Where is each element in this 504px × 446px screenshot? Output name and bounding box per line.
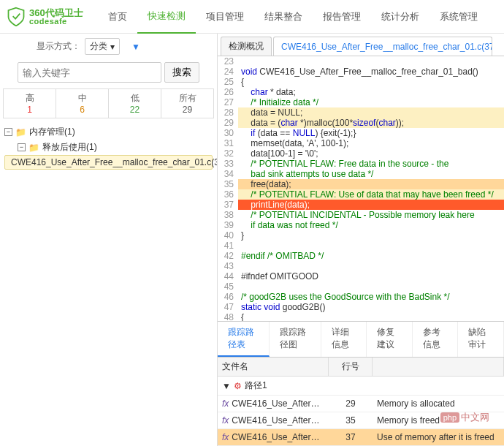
- code-line[interactable]: 33 /* POTENTIAL FLAW: Free data in the s…: [218, 159, 504, 169]
- tree-leaf-label: CWE416_Use_After_Free__malloc_free_char_…: [11, 157, 217, 167]
- brand-logo: 360代码卫士codesafe: [6, 7, 83, 27]
- code-line[interactable]: 34 bad sink attempts to use data */: [218, 169, 504, 179]
- display-mode-value: 分类: [90, 40, 107, 53]
- code-line[interactable]: 47static void goodG2B(): [218, 302, 504, 312]
- shield-icon: [6, 7, 26, 27]
- watermark-php: php 中文网: [440, 411, 489, 424]
- search-row: 搜索: [0, 59, 217, 88]
- brand-en: codesafe: [29, 18, 83, 26]
- code-tabs: 检测概况 CWE416_Use_After_Free__malloc_free_…: [218, 34, 504, 56]
- right-panel: 检测概况 CWE416_Use_After_Free__malloc_free_…: [218, 34, 504, 446]
- code-line[interactable]: 41: [218, 241, 504, 251]
- path-icon: ⚙: [234, 381, 242, 391]
- col-file-header: 文件名: [218, 358, 329, 376]
- left-panel: 显示方式： 分类 ▾ ▼ 搜索 高1中6低22所有29 − 📁 内存管理(1) …: [0, 34, 218, 446]
- code-line[interactable]: 28 data = NULL;: [218, 107, 504, 118]
- bottom-tabs: 跟踪路径表跟踪路径图详细信息修复建议参考信息缺陷审计: [218, 322, 504, 358]
- trace-row[interactable]: fxCWE416_Use_After_Free__malloc_fre...37…: [218, 429, 504, 446]
- search-button[interactable]: 搜索: [164, 62, 199, 83]
- nav-item[interactable]: 结果整合: [254, 0, 313, 34]
- code-line[interactable]: 46/* goodG2B uses the GoodSource with th…: [218, 292, 504, 302]
- code-line[interactable]: 37 printLine(data);: [218, 200, 504, 210]
- tree-leaf[interactable]: CWE416_Use_After_Free__malloc_free_char_…: [4, 155, 213, 170]
- display-mode-label: 显示方式：: [37, 40, 80, 53]
- filter-icon[interactable]: ▼: [131, 42, 140, 52]
- code-line[interactable]: 44#ifndef OMITGOOD: [218, 271, 504, 281]
- folder-icon: 📁: [28, 143, 39, 153]
- php-text: 中文网: [461, 411, 489, 424]
- severity-tab[interactable]: 低22: [109, 89, 161, 118]
- display-mode-select[interactable]: 分类 ▾: [85, 38, 120, 55]
- col-line-header: 行号: [329, 358, 373, 376]
- tab-overview[interactable]: 检测概况: [221, 37, 272, 56]
- display-toolbar: 显示方式： 分类 ▾ ▼: [29, 34, 217, 59]
- code-line[interactable]: 45: [218, 281, 504, 292]
- tab-file[interactable]: CWE416_Use_After_Free__malloc_free_char_…: [273, 37, 492, 56]
- code-line[interactable]: 38 /* POTENTIAL INCIDENTAL - Possible me…: [218, 210, 504, 220]
- nav-item[interactable]: 首页: [98, 0, 137, 34]
- severity-tab[interactable]: 高1: [4, 89, 56, 118]
- code-line[interactable]: 39 if data was not freed */: [218, 220, 504, 230]
- collapse-icon[interactable]: −: [18, 143, 26, 151]
- severity-tab[interactable]: 所有29: [161, 89, 213, 118]
- search-input[interactable]: [18, 62, 161, 83]
- code-line[interactable]: 36 /* POTENTIAL FLAW: Use of data that m…: [218, 189, 504, 200]
- tab-file-label: CWE416_Use_After_Free__malloc_free_char_…: [281, 42, 492, 52]
- severity-tab[interactable]: 中6: [56, 89, 109, 118]
- trace-table: 文件名 行号 ▼ ⚙ 路径1 fxCWE416_Use_After_Free__…: [218, 358, 504, 446]
- code-line[interactable]: 29 data = (char *)malloc(100*sizeof(char…: [218, 118, 504, 128]
- top-navigation: 360代码卫士codesafe 首页快速检测项目管理结果整合报告管理统计分析系统…: [0, 0, 504, 34]
- tree-child[interactable]: − 📁 释放后使用(1): [4, 140, 213, 155]
- folder-icon: 📁: [15, 127, 26, 137]
- bottom-tab[interactable]: 参考信息: [413, 322, 459, 357]
- trace-path-row[interactable]: ▼ ⚙ 路径1: [218, 377, 504, 396]
- trace-row[interactable]: fxCWE416_Use_After_Free__malloc_fre...29…: [218, 396, 504, 412]
- bottom-tab[interactable]: 详细信息: [321, 322, 367, 357]
- code-line[interactable]: 24void CWE416_Use_After_Free__malloc_fre…: [218, 67, 504, 77]
- code-line[interactable]: 31 memset(data, 'A', 100-1);: [218, 138, 504, 148]
- code-line[interactable]: 23: [218, 56, 504, 67]
- php-badge: php: [440, 412, 459, 423]
- col-desc-header: [373, 358, 504, 376]
- tree-child-label: 释放后使用(1): [42, 141, 97, 154]
- brand-cn: 360代码卫士: [29, 8, 83, 18]
- code-line[interactable]: 43: [218, 261, 504, 271]
- tree-root-label: 内存管理(1): [29, 126, 75, 138]
- bottom-tab[interactable]: 缺陷审计: [458, 322, 504, 357]
- code-line[interactable]: 48{: [218, 312, 504, 322]
- nav-item[interactable]: 统计分析: [371, 0, 429, 34]
- bottom-tab[interactable]: 跟踪路径图: [270, 322, 321, 357]
- chevron-down-icon: ▾: [110, 42, 115, 52]
- code-line[interactable]: 26 char * data;: [218, 87, 504, 97]
- code-viewer[interactable]: 2324void CWE416_Use_After_Free__malloc_f…: [218, 56, 504, 322]
- tree-root[interactable]: − 📁 内存管理(1): [4, 124, 213, 140]
- nav-item[interactable]: 系统管理: [429, 0, 488, 34]
- trace-header: 文件名 行号: [218, 358, 504, 377]
- code-line[interactable]: 25{: [218, 77, 504, 87]
- code-line[interactable]: 32 data[100-1] = '\0';: [218, 148, 504, 159]
- nav-item[interactable]: 快速检测: [137, 0, 196, 34]
- code-line[interactable]: 40}: [218, 230, 504, 241]
- nav-item[interactable]: 项目管理: [196, 0, 254, 34]
- code-line[interactable]: 42#endif /* OMITBAD */: [218, 251, 504, 261]
- severity-tabs: 高1中6低22所有29: [3, 88, 214, 118]
- nav-item[interactable]: 报告管理: [313, 0, 371, 34]
- collapse-icon[interactable]: −: [4, 128, 12, 136]
- trace-path-label: 路径1: [245, 379, 267, 392]
- code-line[interactable]: 30 if (data == NULL) {exit(-1);}: [218, 128, 504, 138]
- main-area: 显示方式： 分类 ▾ ▼ 搜索 高1中6低22所有29 − 📁 内存管理(1) …: [0, 34, 504, 446]
- chevron-down-icon: ▼: [222, 381, 231, 391]
- bottom-tab[interactable]: 修复建议: [367, 322, 413, 357]
- bottom-tab[interactable]: 跟踪路径表: [218, 322, 270, 357]
- code-line[interactable]: 35 free(data);: [218, 179, 504, 189]
- code-line[interactable]: 27 /* Initialize data */: [218, 97, 504, 107]
- issue-tree: − 📁 内存管理(1) − 📁 释放后使用(1) CWE416_Use_Afte…: [0, 118, 217, 175]
